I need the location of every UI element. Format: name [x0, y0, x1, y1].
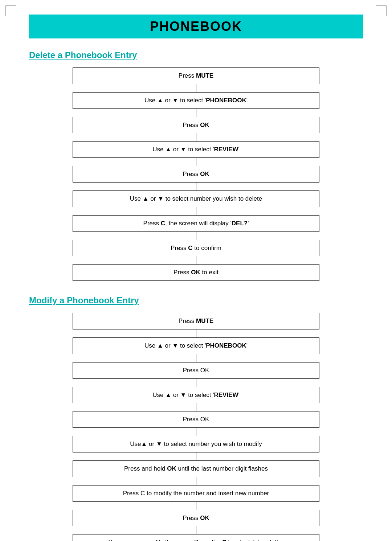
title-bar: PHONEBOOK [29, 15, 363, 38]
flow-step: Use ▲ or ▼ to select number you wish to … [73, 190, 319, 207]
flow-connector [196, 379, 196, 387]
corner-mark-tl [5, 5, 16, 16]
flow-step: Use ▲ or ▼ to select 'REVIEW' [73, 387, 319, 403]
flow-step: Use ▲ or ▼ to select 'PHONEBOOK' [73, 337, 319, 354]
flow-step: Press and hold OK until the last number … [73, 460, 319, 477]
flow-connector [196, 133, 196, 141]
page: PHONEBOOK Delete a Phonebook Entry Press… [0, 0, 392, 541]
flow-step: Press OK [73, 411, 319, 428]
flow-connector [196, 232, 196, 240]
flow-step: You can now modify the name. Press the C… [73, 534, 319, 541]
flow-step: Press OK to exit [73, 264, 319, 281]
flow-connector [196, 84, 196, 92]
flow-connector [196, 329, 196, 337]
flow-step: Press C, the screen will display 'DEL?' [73, 215, 319, 232]
page-title: PHONEBOOK [29, 19, 363, 34]
flow-step: Press OK [73, 362, 319, 379]
modify-section: Modify a Phonebook Entry Press MUTEUse ▲… [29, 295, 363, 541]
flow-connector [196, 502, 196, 510]
modify-section-heading: Modify a Phonebook Entry [29, 295, 363, 306]
flow-step: Press MUTE [73, 67, 319, 84]
flow-connector [196, 526, 196, 534]
flow-connector [196, 428, 196, 436]
delete-section-heading: Delete a Phonebook Entry [29, 50, 363, 60]
flow-step: Press MUTE [73, 313, 319, 329]
flow-step: Press C to modify the number and insert … [73, 485, 319, 502]
modify-flowchart: Press MUTEUse ▲ or ▼ to select 'PHONEBOO… [29, 313, 363, 541]
flow-connector [196, 207, 196, 215]
flow-connector [196, 477, 196, 485]
flow-step: Press OK [73, 510, 319, 526]
corner-mark-tr [376, 5, 387, 16]
flow-step: Press OK [73, 117, 319, 134]
flow-step: Use▲ or ▼ to select number you wish to m… [73, 436, 319, 452]
flow-connector [196, 109, 196, 117]
flow-connector [196, 256, 196, 264]
flow-step: Press OK [73, 166, 319, 183]
flow-connector [196, 452, 196, 460]
flow-connector [196, 158, 196, 166]
flow-step: Use ▲ or ▼ to select 'REVIEW' [73, 141, 319, 158]
delete-section: Delete a Phonebook Entry Press MUTEUse ▲… [29, 50, 363, 281]
flow-connector [196, 354, 196, 362]
flow-step: Press C to confirm [73, 240, 319, 257]
delete-flowchart: Press MUTEUse ▲ or ▼ to select 'PHONEBOO… [29, 67, 363, 281]
flow-step: Use ▲ or ▼ to select 'PHONEBOOK' [73, 92, 319, 109]
flow-connector [196, 183, 196, 190]
flow-connector [196, 403, 196, 411]
